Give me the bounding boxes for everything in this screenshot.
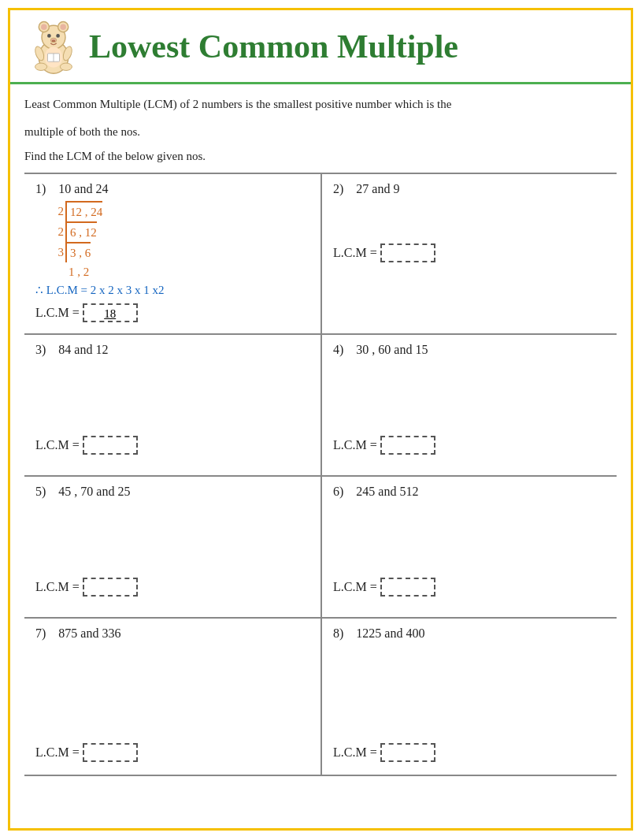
- problem-6-question: 245 and 512: [356, 485, 418, 498]
- find-instruction: Find the LCM of the below given nos.: [24, 150, 617, 163]
- problem-5-number: 5): [35, 485, 46, 498]
- problem-4-number: 4): [333, 343, 343, 356]
- problem-7-number: 7): [35, 626, 46, 640]
- division-steps: 2 12 , 24 2 6 , 12 3 3 , 6 1 , 2: [51, 201, 309, 281]
- problem-1-question: 10 and 24: [58, 182, 108, 195]
- intro-line2: multiple of both the nos.: [24, 123, 617, 141]
- problem-4-question: 30 , 60 and 15: [356, 343, 428, 356]
- answer-box-3[interactable]: [83, 436, 138, 455]
- problem-5-label: 5) 45 , 70 and 25: [35, 485, 309, 499]
- answer-box-4[interactable]: [380, 436, 435, 455]
- svg-point-12: [60, 63, 72, 70]
- division-row-4: 1 , 2: [51, 262, 309, 281]
- problem-8-answer-row: L.C.M =: [333, 743, 606, 762]
- problem-6-answer-row: L.C.M =: [333, 578, 606, 597]
- problem-3-cell: 3) 84 and 12 L.C.M =: [24, 335, 320, 477]
- problem-3-question: 84 and 12: [58, 343, 108, 356]
- svg-point-4: [41, 24, 47, 30]
- problem-8-number: 8): [333, 626, 343, 640]
- division-row-2: 2 6 , 12: [51, 221, 309, 242]
- problem-5-answer-row: L.C.M =: [35, 578, 309, 597]
- problem-2-cell: 2) 27 and 9 L.C.M =: [320, 174, 617, 335]
- problems-grid: 1) 10 and 24 2 12 , 24 2 6 , 12 3: [24, 173, 617, 776]
- problem-3-label: 3) 84 and 12: [35, 343, 309, 357]
- answer-box-6[interactable]: [380, 578, 435, 597]
- svg-point-5: [60, 24, 66, 30]
- division-row-3: 3 3 , 6: [51, 242, 309, 262]
- problem-3-number: 3): [35, 343, 46, 356]
- division-row-1: 2 12 , 24: [51, 201, 309, 221]
- problem-2-label: 2) 27 and 9: [333, 182, 606, 196]
- problem-6-label: 6) 245 and 512: [333, 485, 606, 499]
- lcm-label-6: L.C.M =: [333, 580, 377, 594]
- lcm-label-8: L.C.M =: [333, 745, 377, 760]
- problem-7-label: 7) 875 and 336: [35, 626, 309, 641]
- svg-point-6: [47, 34, 51, 38]
- problem-7-question: 875 and 336: [58, 626, 120, 640]
- problem-6-number: 6): [333, 485, 343, 498]
- problem-7-cell: 7) 875 and 336 L.C.M =: [24, 619, 320, 776]
- lcm-label-7: L.C.M =: [35, 745, 80, 760]
- lcm-label-4: L.C.M =: [333, 438, 377, 452]
- problem-1-label: 1) 10 and 24: [35, 182, 309, 196]
- lcm-label-1: L.C.M =: [35, 306, 80, 320]
- problem-2-question: 27 and 9: [356, 182, 399, 195]
- page-header: Lowest Common Multiple: [10, 10, 631, 84]
- intro-line1: Least Common Multiple (LCM) of 2 numbers…: [24, 95, 617, 113]
- page-content: Least Common Multiple (LCM) of 2 numbers…: [10, 84, 631, 787]
- svg-point-7: [56, 34, 60, 38]
- problem-3-answer-row: L.C.M =: [35, 436, 309, 455]
- lcm-formula: ∴ L.C.M = 2 x 2 x 3 x 1 x2: [35, 283, 309, 297]
- problem-1-cell: 1) 10 and 24 2 12 , 24 2 6 , 12 3: [24, 174, 320, 335]
- problem-4-answer-row: L.C.M =: [333, 436, 606, 455]
- problem-7-answer-row: L.C.M =: [35, 743, 309, 762]
- problem-1-answer-row: L.C.M = 18: [35, 303, 309, 322]
- bear-icon: [26, 17, 81, 76]
- page-container: Lowest Common Multiple Least Common Mult…: [8, 8, 633, 831]
- answer-box-2[interactable]: [380, 243, 435, 262]
- page-title: Lowest Common Multiple: [89, 28, 458, 65]
- problem-2-number: 2): [333, 182, 343, 195]
- lcm-label-3: L.C.M =: [35, 438, 80, 452]
- problem-8-label: 8) 1225 and 400: [333, 626, 606, 641]
- problem-1-number: 1): [35, 182, 46, 195]
- problem-4-label: 4) 30 , 60 and 15: [333, 343, 606, 357]
- answer-box-1[interactable]: 18: [83, 303, 138, 322]
- problem-8-cell: 8) 1225 and 400 L.C.M =: [320, 619, 617, 776]
- problem-5-cell: 5) 45 , 70 and 25 L.C.M =: [24, 477, 320, 619]
- problem-5-question: 45 , 70 and 25: [58, 485, 130, 498]
- lcm-label-5: L.C.M =: [35, 580, 80, 594]
- answer-box-5[interactable]: [83, 578, 138, 597]
- svg-point-9: [52, 40, 56, 43]
- answer-box-7[interactable]: [83, 743, 138, 762]
- problem-2-answer-row: L.C.M =: [333, 243, 606, 262]
- problem-6-cell: 6) 245 and 512 L.C.M =: [320, 477, 617, 619]
- answer-box-8[interactable]: [380, 743, 435, 762]
- problem-8-question: 1225 and 400: [356, 626, 424, 640]
- lcm-label-2: L.C.M =: [333, 246, 377, 260]
- svg-point-11: [35, 63, 47, 70]
- problem-4-cell: 4) 30 , 60 and 15 L.C.M =: [320, 335, 617, 477]
